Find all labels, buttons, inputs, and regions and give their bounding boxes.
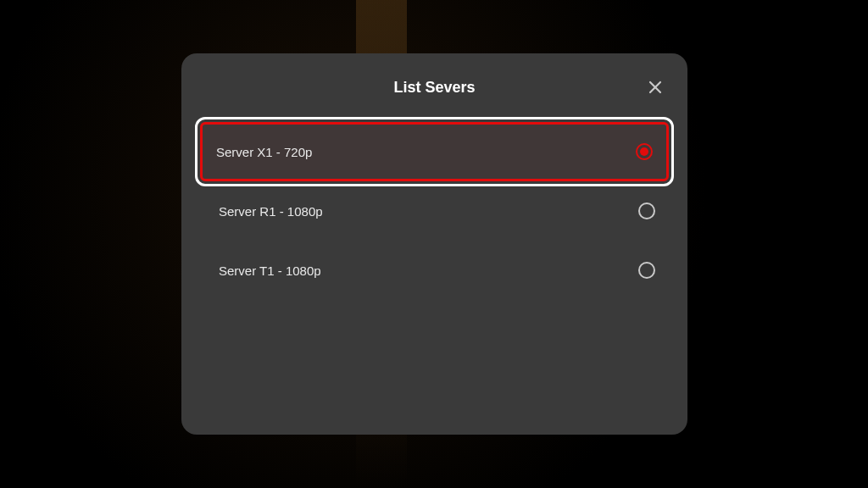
server-label: Server T1 - 1080p xyxy=(219,263,321,278)
radio-icon xyxy=(638,202,655,219)
server-label: Server X1 - 720p xyxy=(216,145,312,159)
dialog-title: List Severs xyxy=(393,79,475,96)
radio-icon xyxy=(638,262,655,279)
server-row[interactable]: Server T1 - 1080p xyxy=(200,241,669,300)
server-row[interactable]: Server X1 - 720p xyxy=(200,122,669,181)
server-label: Server R1 - 1080p xyxy=(219,204,323,219)
close-button[interactable] xyxy=(645,77,665,97)
server-list-dialog: List Severs Server X1 - 720p Server R1 -… xyxy=(181,53,687,435)
server-list: Server X1 - 720p Server R1 - 1080p Serve… xyxy=(200,122,669,300)
close-icon xyxy=(648,80,663,95)
radio-icon xyxy=(636,143,653,160)
server-row[interactable]: Server R1 - 1080p xyxy=(200,181,669,241)
dialog-header: List Severs xyxy=(200,79,669,97)
